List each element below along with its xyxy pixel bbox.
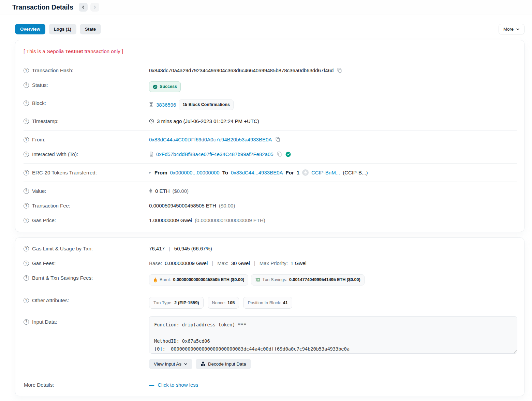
help-icon[interactable]: ? [24,319,29,325]
transaction-fee-label: Transaction Fee: [32,202,70,209]
divider [24,182,517,182]
txn-type-label: Txn Type: [153,299,173,306]
input-data-row: ? Input Data: Function: drip(address tok… [24,312,517,373]
minus-icon: — [149,382,154,388]
help-icon[interactable]: ? [24,246,29,251]
value-row: ? Value: 0 ETH ($0.00) [24,184,517,198]
copy-to-address-button[interactable] [276,152,283,157]
pipe-separator: | [253,260,257,267]
help-icon[interactable]: ? [24,218,29,223]
decode-input-data-button[interactable]: Decode Input Data [196,359,251,369]
help-icon[interactable]: ? [24,101,29,106]
position-in-block-value: 41 [283,299,288,306]
input-data-label: Input Data: [32,318,57,325]
help-icon[interactable]: ? [24,170,29,175]
help-icon[interactable]: ? [24,261,29,266]
block-number-link[interactable]: 3836596 [156,101,176,108]
to-address-link[interactable]: 0xFd57b4ddBf88a4e07fF4e34C487b99af2Fe82a… [156,151,274,158]
help-icon[interactable]: ? [24,68,29,73]
verified-check-icon [285,152,291,157]
help-icon[interactable]: ? [24,203,29,209]
other-attributes-label: Other Attributes: [32,297,69,304]
transaction-hash-label: Transaction Hash: [32,67,73,74]
help-icon[interactable]: ? [24,137,29,142]
help-icon[interactable]: ? [24,119,29,124]
next-transaction-button[interactable] [90,3,99,12]
show-less-link[interactable]: — Click to show less [149,381,198,388]
timestamp-value: 3 mins ago (Jul-06-2023 01:02:24 PM +UTC… [157,118,259,125]
nonce-value: 105 [227,299,235,306]
transaction-fee-value: 0.000050945000458505 ETH [149,202,216,209]
clock-icon [149,119,154,124]
gas-price-eth: (0.000000001000000009 ETH) [195,217,265,224]
burnt-fees-row: ? Burnt & Txn Savings Fees: Burnt: 0.000… [24,271,517,289]
timestamp-row: ? Timestamp: 3 mins ago (Jul-06-2023 01:… [24,114,517,128]
help-icon[interactable]: ? [24,298,29,303]
hourglass-icon [149,102,153,107]
help-icon[interactable]: ? [24,82,29,88]
block-label: Block: [32,99,46,107]
gas-limit-value: 76,417 [149,245,165,252]
status-label: Status: [32,81,48,89]
nonce-label: Nonce: [212,299,226,306]
help-icon[interactable]: ? [24,152,29,157]
copy-from-address-button[interactable] [275,137,281,142]
overview-card: [ This is a Sepolia Testnet transaction … [15,40,524,232]
burnt-badge: Burnt: 0.000000000000458505 ETH ($0.00) [149,274,248,286]
more-button-label: More [503,27,514,32]
triangle-bullet-icon: ▸ [149,169,151,176]
timestamp-label: Timestamp: [32,118,59,125]
interacted-with-row: ? Interacted With (To): 0xFd57b4ddBf88a4… [24,147,517,161]
divider [24,163,517,164]
help-icon[interactable]: ? [24,188,29,194]
erc20-from-address-link[interactable]: 0x000000...00000000 [170,169,220,176]
view-input-as-button[interactable]: View Input As [149,359,192,369]
view-input-as-label: View Input As [154,361,181,367]
max-priority-value: 1 Gwei [291,260,307,267]
transaction-fee-row: ? Transaction Fee: 0.000050945000458505 … [24,198,517,213]
token-name-link[interactable]: CCIP-BnM... [311,169,340,176]
burnt-fees-label: Burnt & Txn Savings Fees: [32,274,93,281]
max-priority-label: Max Priority: [260,260,288,267]
tab-state[interactable]: State [80,24,101,34]
block-row: ? Block: 3836596 15 Block Confirmations [24,96,517,114]
erc20-transfers-row: ? ERC-20 Tokens Transferred: ▸ From 0x00… [24,165,517,180]
base-fee-value: 0.000000009 Gwei [165,260,208,267]
position-in-block-badge: Position In Block: 41 [243,297,292,309]
more-details-label: More Details: [24,381,54,388]
max-fee-label: Max: [217,260,228,267]
contract-file-icon [149,152,153,157]
gas-limit-row: ? Gas Limit & Usage by Txn: 76,417 | 50,… [24,241,517,256]
previous-transaction-button[interactable] [79,3,88,12]
copy-icon [275,137,280,142]
eth-icon [149,188,152,194]
position-in-block-label: Position In Block: [248,299,281,306]
more-button[interactable]: More [499,24,524,34]
erc20-amount: 1 [297,169,299,176]
transaction-hash-value: 0x843dc70a4a29d79234c49a904c363d6c46640a… [149,67,334,74]
from-label: From: [32,136,45,143]
input-data-textarea[interactable]: Function: drip(address token) *** Method… [149,316,517,354]
txn-savings-badge: Txn Savings: 0.001477404999541495 ETH ($… [251,274,364,286]
txn-savings-badge-label: Txn Savings: [262,276,287,283]
txn-type-badge: Txn Type: 2 (EIP-1559) [149,297,204,309]
check-circle-icon [153,84,158,89]
from-address-link[interactable]: 0x83dC44a4C00DFf69d0A0c7c94B20b53a4933BE… [149,136,272,143]
erc20-to-word: To [222,169,228,176]
gas-fees-label: Gas Fees: [32,260,56,267]
help-icon[interactable]: ? [24,275,29,281]
max-fee-value: 30 Gwei [231,260,250,267]
divider [24,375,517,375]
transaction-hash-row: ? Transaction Hash: 0x843dc70a4a29d79234… [24,63,517,78]
txn-type-value: 2 (EIP-1559) [174,299,199,306]
tab-overview[interactable]: Overview [15,24,45,34]
tab-logs[interactable]: Logs (1) [49,24,76,34]
divider [24,130,517,130]
show-less-label: Click to show less [158,382,198,388]
status-badge: Success [149,81,181,92]
details-card: ? Gas Limit & Usage by Txn: 76,417 | 50,… [15,237,524,396]
erc20-to-address-link[interactable]: 0x83dC44...4933BE0A [231,169,283,176]
divider [24,61,517,61]
money-wings-icon [255,278,260,282]
copy-transaction-hash-button[interactable] [336,68,343,73]
